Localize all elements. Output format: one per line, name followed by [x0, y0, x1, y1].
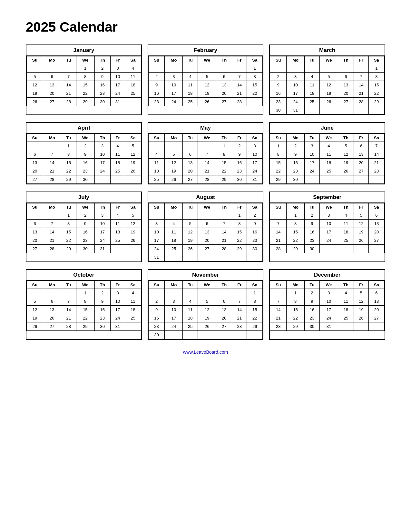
day-cell: 10 — [110, 73, 125, 81]
day-cell: 21 — [61, 314, 76, 322]
day-header-mo: Mo — [165, 203, 183, 211]
day-cell: 23 — [94, 314, 110, 322]
day-cell: 11 — [110, 220, 125, 228]
day-cell — [198, 289, 216, 297]
month-table-march: SuMoTuWeThFrSa12345678910111213141516171… — [270, 56, 385, 114]
week-row: 262728293031 — [27, 322, 141, 331]
day-cell: 20 — [338, 89, 354, 98]
day-cell: 23 — [94, 89, 110, 98]
day-header-we: We — [198, 203, 216, 211]
day-cell: 19 — [198, 314, 216, 322]
day-cell: 7 — [43, 220, 61, 228]
day-cell — [354, 106, 369, 114]
day-cell: 13 — [338, 81, 354, 89]
day-cell: 14 — [198, 159, 216, 167]
day-cell: 14 — [43, 228, 61, 236]
day-header-su: Su — [148, 281, 165, 289]
week-row: 16171819202122 — [270, 89, 385, 98]
day-cell — [43, 64, 61, 73]
day-cell: 22 — [287, 314, 305, 322]
day-cell — [232, 289, 247, 297]
day-header-sa: Sa — [125, 56, 141, 64]
day-cell: 20 — [183, 167, 198, 175]
day-cell: 19 — [27, 89, 43, 98]
day-cell: 7 — [368, 142, 384, 150]
day-header-tu: Tu — [183, 134, 198, 142]
day-cell: 16 — [305, 306, 320, 314]
week-row: 20212223242526 — [27, 236, 141, 245]
day-cell — [368, 245, 384, 253]
day-cell: 13 — [183, 159, 198, 167]
day-cell — [183, 331, 198, 339]
day-cell — [110, 175, 125, 184]
day-header-sa: Sa — [368, 134, 384, 142]
day-cell: 31 — [94, 245, 110, 253]
day-cell: 8 — [368, 73, 384, 81]
day-cell: 21 — [270, 314, 287, 322]
day-cell: 9 — [148, 306, 165, 314]
day-cell: 6 — [216, 297, 232, 306]
day-cell — [247, 331, 263, 339]
day-cell: 23 — [148, 322, 165, 331]
day-cell: 3 — [165, 297, 183, 306]
day-cell: 15 — [270, 159, 287, 167]
day-cell: 7 — [61, 297, 76, 306]
day-cell: 25 — [148, 175, 165, 184]
day-cell — [216, 289, 232, 297]
week-row: 12345 — [27, 211, 141, 220]
day-cell: 30 — [232, 175, 247, 184]
day-cell: 27 — [368, 314, 384, 322]
day-cell: 4 — [165, 220, 183, 228]
day-cell: 17 — [165, 89, 183, 98]
day-header-th: Th — [94, 281, 110, 289]
day-cell: 5 — [183, 220, 198, 228]
week-row: 12 — [148, 211, 263, 220]
month-block-july: JulySuMoTuWeThFrSa1234567891011121314151… — [26, 192, 142, 262]
day-cell: 26 — [198, 98, 216, 106]
day-cell: 9 — [247, 220, 263, 228]
day-cell — [61, 289, 76, 297]
day-cell — [125, 245, 141, 253]
day-cell: 28 — [368, 167, 384, 175]
day-cell: 8 — [270, 150, 287, 159]
week-row: 16171819202122 — [148, 314, 263, 322]
week-row: 18192021222324 — [148, 167, 263, 175]
week-row: 19202122232425 — [27, 89, 141, 98]
day-cell — [165, 253, 183, 261]
day-cell: 30 — [305, 322, 320, 331]
week-row: 3031 — [270, 106, 385, 114]
day-cell — [319, 175, 338, 184]
day-cell — [165, 64, 183, 73]
day-cell: 22 — [247, 314, 263, 322]
day-cell: 7 — [61, 73, 76, 81]
day-header-th: Th — [216, 203, 232, 211]
day-cell — [305, 64, 320, 73]
day-cell — [368, 322, 384, 331]
day-cell: 11 — [165, 228, 183, 236]
day-cell: 12 — [198, 81, 216, 89]
day-cell: 3 — [94, 142, 110, 150]
day-cell: 20 — [216, 314, 232, 322]
day-cell: 18 — [125, 81, 141, 89]
day-cell: 28 — [43, 175, 61, 184]
day-header-mo: Mo — [165, 281, 183, 289]
day-header-sa: Sa — [247, 203, 263, 211]
day-cell: 5 — [27, 73, 43, 81]
day-cell: 6 — [216, 73, 232, 81]
day-cell: 5 — [125, 142, 141, 150]
month-block-october: OctoberSuMoTuWeThFrSa1234567891011121314… — [26, 269, 142, 340]
day-cell — [148, 64, 165, 73]
day-cell: 27 — [216, 322, 232, 331]
month-name-march: March — [270, 45, 385, 56]
day-cell: 29 — [368, 98, 384, 106]
week-row: 282930 — [270, 245, 385, 253]
day-cell: 6 — [27, 220, 43, 228]
day-cell: 15 — [216, 159, 232, 167]
day-cell: 8 — [247, 297, 263, 306]
day-cell: 18 — [110, 159, 125, 167]
footer-link[interactable]: www.LeaveBoard.com — [26, 350, 385, 355]
day-cell — [198, 142, 216, 150]
day-cell: 25 — [183, 98, 198, 106]
day-cell: 10 — [94, 220, 110, 228]
day-cell: 13 — [354, 150, 369, 159]
